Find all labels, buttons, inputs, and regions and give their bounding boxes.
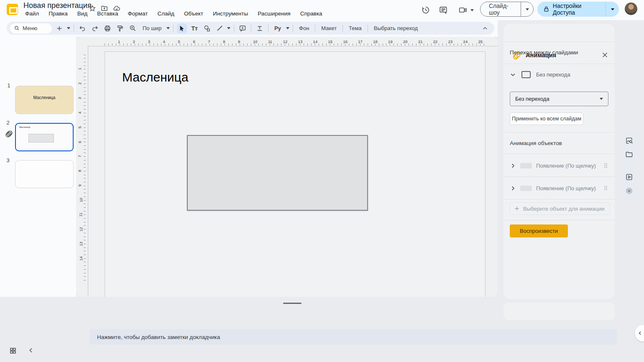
document-title[interactable]: Новая презентация: [23, 1, 92, 10]
speaker-notes[interactable]: Нажмите, чтобы добавить заметки докладчи…: [90, 329, 617, 344]
apply-to-all-button[interactable]: Применить ко всем слайдам: [510, 112, 583, 125]
h-ruler-number: 25: [478, 39, 484, 44]
slide-thumbnail-2-selected[interactable]: Масленица: [15, 123, 74, 151]
slide-title-text[interactable]: Масленица: [122, 70, 188, 84]
slideshow-dropdown[interactable]: [521, 2, 533, 17]
zoom-button[interactable]: [128, 23, 138, 33]
version-history-icon[interactable]: [417, 5, 434, 15]
fit-zoom-dropdown[interactable]: [166, 27, 170, 29]
menu-edit[interactable]: Правка: [46, 10, 70, 17]
new-slide-button[interactable]: [54, 23, 64, 33]
transition-select-value: Без перехода: [515, 96, 549, 102]
close-icon[interactable]: [601, 51, 608, 59]
thumb2-title: Масленица: [19, 126, 30, 128]
menu-slide[interactable]: Слайд: [155, 10, 176, 17]
toolbar: Меню По шир Tт Ру Фон Макет: [7, 22, 494, 35]
transition-expand-row[interactable]: Без перехода: [510, 69, 608, 80]
grid-view-icon[interactable]: [9, 347, 17, 354]
panel-collapse-button[interactable]: [635, 325, 644, 342]
drag-handle-icon[interactable]: [604, 163, 608, 168]
background-button[interactable]: Фон: [296, 25, 312, 31]
layout-button[interactable]: Макет: [319, 25, 339, 31]
animation-target-swatch: [520, 186, 532, 191]
drag-handle-icon[interactable]: [604, 186, 608, 191]
record-icon[interactable]: [625, 187, 633, 195]
slideshow-label[interactable]: Слайд-шоу: [480, 3, 521, 16]
slide-editor-page[interactable]: Масленица: [105, 51, 486, 297]
divider: [234, 25, 234, 32]
new-slide-dropdown[interactable]: [67, 27, 70, 29]
h-ruler-number: 14: [312, 39, 319, 44]
h-ruler-number: 20: [402, 39, 409, 44]
menu-file[interactable]: Файл: [23, 10, 41, 17]
v-ruler-number: 1: [77, 68, 82, 70]
slides-logo-icon[interactable]: [7, 4, 18, 15]
add-comment-button[interactable]: [238, 23, 248, 33]
toolbar-menu-search[interactable]: Меню: [10, 23, 52, 33]
chevron-up-icon: [482, 25, 488, 31]
play-box-icon[interactable]: [625, 173, 633, 181]
line-tool-dropdown[interactable]: [227, 27, 230, 29]
avatar[interactable]: [625, 3, 637, 15]
menu-object[interactable]: Объект: [182, 10, 205, 17]
menu-extensions[interactable]: Расширения: [256, 10, 293, 17]
divider: [503, 154, 615, 154]
theme-button[interactable]: Тема: [346, 25, 364, 31]
menu-format[interactable]: Формат: [125, 10, 150, 17]
menu-help[interactable]: Справка: [298, 10, 325, 17]
select-object-button[interactable]: Выберите объект для анимации: [510, 202, 610, 215]
toolbar-collapse-button[interactable]: [480, 23, 490, 33]
menu-view[interactable]: Вид: [75, 10, 89, 17]
menu-tools[interactable]: Инструменты: [211, 10, 250, 17]
camera-dropdown-caret[interactable]: [470, 9, 474, 11]
image-search-icon[interactable]: [625, 137, 633, 145]
meet-camera-icon[interactable]: [452, 5, 470, 15]
chevron-down-icon[interactable]: [510, 71, 516, 78]
notes-resize-handle[interactable]: [283, 303, 302, 304]
divider: [173, 25, 174, 32]
h-ruler-number: 8: [222, 39, 226, 44]
comments-icon[interactable]: [434, 5, 452, 15]
paint-format-button[interactable]: [115, 23, 125, 33]
horizontal-ruler[interactable]: 1234567891011121314151617181920212223242…: [76, 38, 498, 46]
vertical-ruler[interactable]: 1234567891011121314: [79, 47, 86, 293]
slide-thumbnail-1[interactable]: Масленица: [15, 86, 74, 114]
animation-row-2[interactable]: Появление (По щелчку): [510, 181, 608, 195]
undo-button[interactable]: [77, 23, 87, 33]
text-box-tool[interactable]: Tт: [189, 23, 199, 33]
animation-row-1[interactable]: Появление (По щелчку): [510, 159, 608, 173]
slide-3-number: 3: [3, 157, 13, 163]
divider: [251, 25, 251, 32]
v-ruler-number: 6: [77, 140, 82, 143]
slide-thumbnail-3[interactable]: [15, 160, 74, 188]
current-transition-label: Без перехода: [536, 71, 570, 78]
select-tool[interactable]: [177, 23, 187, 33]
filmstrip-collapse-icon[interactable]: [28, 347, 34, 354]
chevron-right-icon[interactable]: [510, 163, 516, 169]
print-button[interactable]: [102, 23, 112, 33]
redo-button[interactable]: [90, 23, 100, 33]
line-tool[interactable]: [215, 23, 225, 33]
v-ruler-number: 13: [78, 242, 84, 246]
v-ruler-number: 10: [78, 198, 84, 202]
chevron-right-icon[interactable]: [510, 185, 516, 191]
play-button[interactable]: Воспроизвести: [510, 224, 568, 237]
share-button[interactable]: Настройки Доступа: [537, 2, 619, 17]
slide-placeholder-rect[interactable]: [187, 135, 368, 211]
fit-zoom-label[interactable]: По шир: [140, 25, 164, 31]
transition-button[interactable]: Выбрать переход: [371, 25, 420, 31]
input-tools-button[interactable]: Ру: [272, 25, 284, 31]
folder-icon[interactable]: [625, 150, 633, 158]
v-ruler-number: 4: [77, 112, 82, 114]
thumb2-placeholder-rect: [28, 134, 54, 143]
divider: [315, 25, 315, 32]
h-ruler-number: 21: [417, 39, 424, 44]
transition-select[interactable]: Без перехода: [510, 92, 608, 106]
slideshow-button[interactable]: Слайд-шоу: [480, 2, 534, 17]
menu-insert[interactable]: Вставка: [95, 10, 120, 17]
h-ruler-number: 24: [463, 39, 469, 44]
insert-text-watermark-button[interactable]: [255, 23, 265, 33]
input-tools-dropdown[interactable]: [286, 27, 289, 29]
share-dropdown[interactable]: [606, 2, 619, 17]
shape-tool[interactable]: [202, 23, 212, 33]
